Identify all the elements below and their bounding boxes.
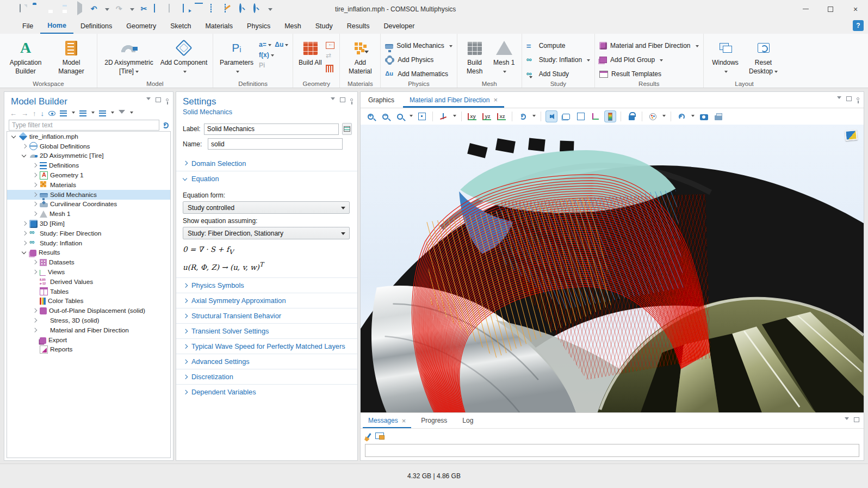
tree-item-out-of-plane-displacement[interactable]: Out-of-Plane Displacement (solid) — [7, 306, 170, 316]
chevron-down-icon[interactable] — [662, 115, 666, 119]
section-discretization[interactable]: Discretization — [176, 369, 357, 384]
snapshot-thumbnail-icon[interactable] — [845, 129, 858, 141]
find-in-model-icon[interactable] — [252, 4, 262, 14]
panel-menu-icon[interactable] — [837, 96, 841, 101]
add-study-button[interactable]: Add Study — [526, 68, 590, 80]
tree-item-root[interactable]: tire_inflation.mph — [7, 132, 170, 141]
plot-group-select[interactable]: Material and Fiber Direction — [599, 40, 698, 52]
chevron-right-icon[interactable] — [31, 191, 39, 199]
refresh-icon[interactable] — [163, 122, 169, 128]
print-icon[interactable] — [713, 111, 724, 122]
tree-item-derived-values[interactable]: Derived Values — [7, 277, 170, 287]
tab-material-and-fiber-direction[interactable]: Material and Fiber Direction× — [402, 92, 505, 108]
view-xz-icon[interactable]: xz — [496, 111, 507, 122]
chevron-down-icon[interactable] — [111, 112, 114, 115]
open-file-icon[interactable] — [33, 4, 42, 14]
grid-icon[interactable] — [575, 111, 586, 122]
new-file-icon[interactable] — [18, 4, 28, 14]
duplicate-icon[interactable] — [182, 4, 191, 14]
message-table-icon[interactable] — [375, 433, 384, 439]
chevron-right-icon[interactable] — [31, 258, 39, 266]
pin-panel-icon[interactable] — [350, 98, 353, 101]
zoom-out-icon[interactable] — [380, 111, 390, 122]
delete-icon[interactable] — [196, 4, 205, 14]
chevron-right-icon[interactable] — [21, 220, 28, 227]
show-axes-icon[interactable] — [590, 111, 601, 122]
tree-item-export[interactable]: Export — [7, 335, 170, 345]
select-box-icon[interactable] — [210, 4, 219, 14]
panel-menu-icon[interactable] — [146, 97, 151, 102]
section-advanced-settings[interactable]: Advanced Settings — [176, 354, 357, 369]
axisymmetric-component-button[interactable]: 2D Axisymmetric [Tire] — [102, 36, 156, 76]
chevron-right-icon[interactable] — [31, 200, 39, 208]
tree-item-curvilinear-coordinates[interactable]: Curvilinear Coordinates — [7, 200, 170, 209]
find-icon[interactable] — [238, 4, 247, 14]
filter-icon[interactable] — [119, 110, 125, 117]
section-structural-transient-behavior[interactable]: Structural Transient Behavior — [176, 308, 357, 323]
chevron-right-icon[interactable] — [21, 230, 28, 237]
close-button[interactable]: × — [843, 0, 868, 18]
add-physics-button[interactable]: Add Physics — [385, 54, 452, 66]
tab-materials[interactable]: Materials — [198, 18, 240, 34]
chevron-down-icon[interactable] — [410, 115, 413, 119]
save-as-icon[interactable] — [61, 4, 70, 14]
default-view-icon[interactable] — [438, 111, 449, 122]
chevron-right-icon[interactable] — [31, 181, 39, 189]
application-builder-button[interactable]: Application Builder — [4, 36, 47, 76]
move-down-icon[interactable]: ↓ — [41, 109, 45, 118]
tree-item-material-fiber-direction[interactable]: Material and Fiber Direction — [7, 325, 170, 335]
pin-panel-icon[interactable] — [166, 98, 169, 101]
graphics-viewport[interactable] — [361, 125, 864, 412]
tree-item-datasets[interactable]: Datasets — [7, 257, 170, 267]
move-up-icon[interactable]: ↑ — [33, 109, 36, 118]
show-icon[interactable] — [48, 111, 55, 116]
build-mesh-button[interactable]: Build Mesh — [462, 36, 488, 76]
import-geometry-icon[interactable] — [326, 42, 334, 49]
maximize-button[interactable] — [818, 0, 843, 18]
tree-item-study-fiber-direction[interactable]: Study: Fiber Direction — [7, 228, 170, 238]
chevron-down-icon[interactable] — [21, 152, 28, 159]
tree-item-reports[interactable]: Reports — [7, 345, 170, 355]
float-panel-icon[interactable] — [854, 417, 859, 422]
build-all-geometry-button[interactable]: Build All — [297, 36, 323, 67]
clear-selection-icon[interactable] — [224, 4, 233, 14]
tree-item-results[interactable]: Results — [7, 248, 170, 258]
tab-sketch[interactable]: Sketch — [163, 18, 198, 34]
undo-dropdown-icon[interactable] — [105, 8, 109, 13]
tab-messages[interactable]: Messages× — [361, 413, 413, 428]
tab-study[interactable]: Study — [308, 18, 340, 34]
compute-button[interactable]: Compute — [526, 40, 590, 52]
section-physics-symbols[interactable]: Physics Symbols — [176, 277, 357, 293]
tab-file[interactable]: File — [15, 18, 40, 34]
chevron-down-icon[interactable] — [691, 115, 695, 119]
functions-button[interactable]: f(x) — [259, 51, 288, 59]
tree-item-views[interactable]: Views — [7, 267, 170, 277]
undo-icon[interactable]: ↶ — [89, 4, 98, 14]
tab-physics[interactable]: Physics — [240, 18, 277, 34]
tree-item-tables[interactable]: Tables — [7, 287, 170, 296]
section-domain-selection[interactable]: Domain Selection — [176, 156, 357, 171]
chevron-right-icon[interactable] — [31, 268, 39, 276]
add-material-button[interactable]: Add Material — [344, 36, 376, 76]
chevron-right-icon[interactable] — [21, 143, 28, 150]
panel-menu-icon[interactable] — [331, 97, 335, 102]
expand-all-icon[interactable] — [79, 110, 86, 116]
tree-item-3d-rim[interactable]: 3D [Rim] — [7, 219, 170, 228]
collapse-all-icon[interactable] — [60, 110, 67, 116]
redo-dropdown-icon[interactable] — [130, 8, 134, 13]
variables-button[interactable]: a= Δu — [259, 41, 288, 48]
physics-interface-select[interactable]: Solid Mechanics — [385, 40, 452, 52]
zoom-extents-icon[interactable] — [417, 111, 427, 122]
chevron-right-icon[interactable] — [31, 210, 39, 218]
float-panel-icon[interactable] — [846, 96, 852, 101]
transparency-icon[interactable] — [546, 111, 557, 122]
messages-output-area[interactable] — [365, 444, 859, 457]
chevron-down-icon[interactable] — [532, 115, 536, 119]
label-input[interactable] — [204, 123, 339, 135]
add-mathematics-button[interactable]: Add Mathematics — [385, 68, 452, 80]
float-panel-icon[interactable] — [156, 97, 161, 102]
panel-menu-icon[interactable] — [845, 417, 849, 422]
snapshot-icon[interactable] — [698, 111, 709, 122]
chevron-down-icon[interactable] — [91, 112, 95, 115]
chevron-right-icon[interactable] — [31, 171, 39, 179]
